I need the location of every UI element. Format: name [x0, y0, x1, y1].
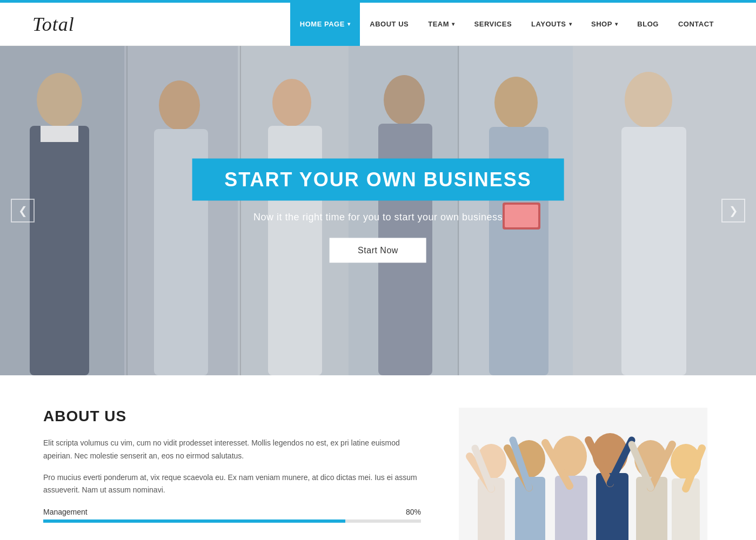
- skill-management: Management 80%: [43, 508, 421, 523]
- chevron-down-icon: ▾: [452, 21, 455, 27]
- hero-cta-button[interactable]: Start Now: [330, 238, 426, 263]
- skill-bar-bg-management: [43, 519, 421, 523]
- site-logo[interactable]: Total: [32, 13, 75, 36]
- hero-section: ❮ START YOUR OWN BUSINESS Now it the rig…: [0, 46, 756, 375]
- about-right-column: [453, 408, 713, 540]
- nav-item-homepage[interactable]: HOME PAGE ▾: [290, 3, 360, 46]
- about-para-2: Pro mucius everti ponderum at, vix reque…: [43, 471, 421, 497]
- hero-content: START YOUR OWN BUSINESS Now it the right…: [192, 159, 564, 263]
- chevron-down-icon: ▾: [615, 21, 618, 27]
- nav-item-blog[interactable]: BLOG: [627, 3, 668, 46]
- about-left-column: ABOUT US Elit scripta volumus cu vim, cu…: [43, 408, 421, 540]
- about-people-illustration: [459, 408, 707, 540]
- main-nav: HOME PAGE ▾ ABOUT US TEAM ▾ SERVICES LAY…: [290, 3, 724, 46]
- chevron-down-icon: ▾: [569, 21, 572, 27]
- nav-item-layouts[interactable]: LAYOUTS ▾: [521, 3, 581, 46]
- nav-item-shop[interactable]: SHOP ▾: [581, 3, 627, 46]
- about-para-1: Elit scripta volumus cu vim, cum no vidi…: [43, 437, 421, 463]
- skill-bar-fill-management: [43, 519, 345, 523]
- site-header: Total HOME PAGE ▾ ABOUT US TEAM ▾ SERVIC…: [0, 3, 756, 46]
- slider-prev-button[interactable]: ❮: [11, 199, 35, 222]
- nav-item-contact[interactable]: CONTACT: [668, 3, 724, 46]
- nav-item-about[interactable]: ABOUT US: [360, 3, 418, 46]
- hero-title: START YOUR OWN BUSINESS: [224, 168, 532, 191]
- about-section: ABOUT US Elit scripta volumus cu vim, cu…: [0, 375, 756, 540]
- nav-item-services[interactable]: SERVICES: [465, 3, 522, 46]
- hero-subtitle: Now it the right time for you to start y…: [192, 212, 564, 223]
- about-section-title: ABOUT US: [43, 408, 421, 425]
- nav-item-team[interactable]: TEAM ▾: [418, 3, 464, 46]
- slider-next-button[interactable]: ❯: [721, 199, 745, 222]
- hero-title-box: START YOUR OWN BUSINESS: [192, 159, 564, 201]
- skill-label-management: Management 80%: [43, 508, 421, 516]
- chevron-down-icon: ▾: [347, 21, 351, 27]
